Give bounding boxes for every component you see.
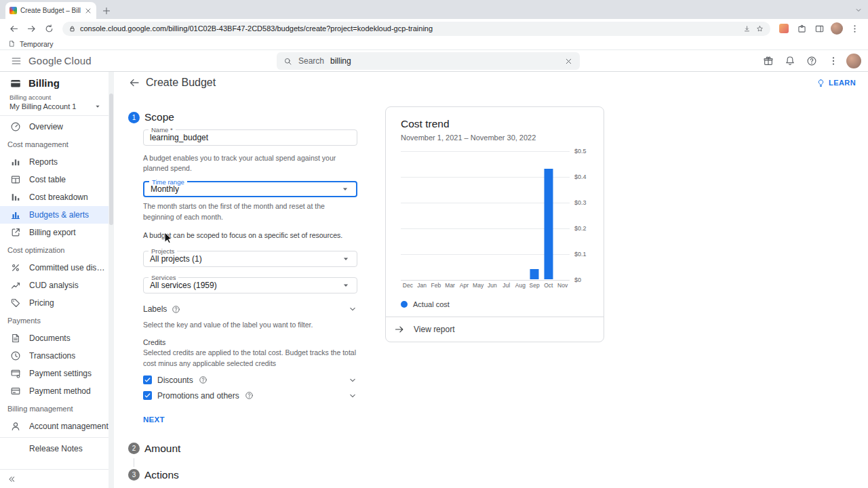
extension-icon[interactable]	[776, 21, 792, 36]
account-avatar[interactable]	[846, 54, 861, 68]
puzzle-icon[interactable]	[793, 21, 810, 36]
url-text[interactable]: console.cloud.google.com/billing/01C02B-…	[80, 24, 738, 33]
discounts-checkbox[interactable]	[143, 375, 152, 384]
cost-breakdown-icon	[10, 192, 21, 203]
collapse-sidebar-icon[interactable]	[7, 474, 16, 484]
credits-help: Selected credits are applied to the tota…	[143, 348, 357, 368]
view-report-label: View report	[414, 325, 454, 334]
sidebar-item-cost-breakdown[interactable]: Cost breakdown	[0, 188, 108, 206]
side-panel-icon[interactable]	[811, 21, 827, 36]
time-range-value: Monthly	[151, 184, 340, 194]
bar-sep[interactable]	[530, 269, 539, 279]
browser-menu-icon[interactable]	[846, 21, 863, 36]
labels-row[interactable]: Labels	[143, 304, 357, 314]
chevron-down-icon[interactable]	[348, 375, 357, 385]
legend-dot	[401, 301, 408, 308]
learn-button[interactable]: LEARN	[816, 79, 856, 87]
sidebar-item-label: Billing export	[29, 228, 76, 237]
billing-account-selector[interactable]: Billing account My Billing Account 1	[0, 92, 108, 116]
lightbulb-icon	[816, 79, 825, 87]
sidebar-item-committed-use-discounts[interactable]: Committed use discounts...	[0, 259, 108, 277]
sidebar-item-overview[interactable]: Overview	[0, 118, 108, 136]
tab-close-icon[interactable]	[84, 7, 92, 15]
help-icon[interactable]	[199, 375, 208, 384]
chevron-down-icon[interactable]	[348, 391, 357, 401]
next-button[interactable]: NEXT	[138, 411, 170, 428]
sidebar-item-cost-table[interactable]: Cost table	[0, 171, 108, 188]
sidebar-item-cud-analysis[interactable]: CUD analysis	[0, 277, 108, 294]
menu-icon[interactable]	[7, 52, 26, 70]
sidebar-item-pricing[interactable]: Pricing	[0, 294, 108, 312]
browser-tab[interactable]: Create Budget – Billing – Kode...	[5, 2, 96, 19]
services-value: All services (1959)	[150, 281, 341, 290]
help-icon[interactable]	[803, 52, 821, 70]
scope-form: Name * A budget enables you to track you…	[143, 129, 357, 428]
labels-title: Labels	[143, 304, 167, 314]
sidebar-item-release-notes[interactable]: Release Notes	[0, 440, 108, 458]
gift-icon[interactable]	[760, 52, 777, 70]
sidebar-item-label: Reports	[29, 157, 58, 167]
tab-search-icon[interactable]	[854, 6, 863, 14]
sidebar-item-reports[interactable]: Reports	[0, 153, 108, 171]
download-icon[interactable]	[743, 24, 751, 33]
sidebar-item-budgets-alerts[interactable]: Budgets & alerts	[0, 206, 108, 224]
reload-icon[interactable]	[41, 21, 57, 36]
sidebar-item-label: Release Notes	[29, 444, 83, 453]
budget-name-field[interactable]: Name *	[143, 129, 357, 146]
sidebar-item-payment-method[interactable]: Payment method	[0, 382, 108, 400]
budget-name-input[interactable]	[150, 133, 351, 142]
promotions-checkbox[interactable]	[143, 391, 152, 400]
star-icon[interactable]	[755, 24, 764, 33]
discounts-row: Discounts	[143, 375, 357, 385]
address-bar[interactable]: console.cloud.google.com/billing/01C02B-…	[62, 22, 770, 36]
services-select[interactable]: Services All services (1959)	[143, 277, 357, 293]
back-arrow-icon[interactable]	[128, 77, 140, 89]
promotions-row: Promotions and others	[143, 391, 357, 401]
no-icon	[10, 443, 21, 454]
browser-avatar[interactable]	[829, 21, 845, 36]
cost-trend-plot	[401, 151, 570, 280]
help-icon[interactable]	[172, 305, 180, 314]
bar-oct[interactable]	[544, 169, 553, 279]
overview-icon	[10, 121, 21, 132]
sidebar-section-header: Cost management	[0, 136, 108, 153]
sidebar-scrollbar[interactable]	[108, 72, 114, 488]
budgets-alerts-icon	[10, 209, 21, 220]
search-input[interactable]: Search billing	[277, 52, 580, 70]
sidebar-item-documents[interactable]: Documents	[0, 329, 108, 347]
x-tick-label: Jul	[502, 282, 510, 289]
sidebar-item-billing-export[interactable]: Billing export	[0, 224, 108, 241]
sidebar-item-label: Cost breakdown	[29, 192, 88, 202]
back-icon[interactable]	[5, 21, 22, 36]
sidebar-section-header: Payments	[0, 312, 108, 329]
sidebar-item-label: Overview	[29, 122, 63, 131]
sidebar-item-transactions[interactable]: Transactions	[0, 347, 108, 365]
forward-icon[interactable]	[23, 21, 39, 36]
sidebar-divider	[0, 437, 108, 438]
bookmark-label[interactable]: Temporary	[20, 40, 54, 48]
bookmarks-bar: Temporary	[0, 38, 868, 50]
more-vert-icon[interactable]	[825, 52, 842, 70]
sidebar-item-payment-settings[interactable]: Payment settings	[0, 365, 108, 382]
step-1-number: 1	[128, 112, 140, 123]
notifications-bell-icon[interactable]	[781, 52, 799, 70]
payment-settings-icon	[10, 368, 21, 379]
logo-cloud: Cloud	[64, 55, 92, 66]
clear-search-icon[interactable]	[564, 56, 573, 66]
chart-legend: Actual cost	[401, 300, 589, 317]
help-icon[interactable]	[245, 391, 254, 400]
payment-method-icon	[10, 386, 21, 396]
documents-icon	[10, 333, 21, 344]
projects-select[interactable]: Projects All projects (1)	[143, 251, 357, 267]
browser-tabstrip: Create Budget – Billing – Kode...	[0, 0, 868, 19]
projects-value: All projects (1)	[150, 254, 341, 264]
scrollbar-thumb[interactable]	[109, 94, 113, 225]
sidebar-item-account-management[interactable]: Account management	[0, 418, 108, 435]
caret-down-icon[interactable]	[94, 102, 102, 110]
new-tab-button[interactable]	[102, 6, 111, 16]
tab-title: Create Budget – Billing – Kode...	[20, 7, 81, 14]
time-range-select[interactable]: Time range Monthly	[143, 181, 357, 197]
search-query[interactable]: billing	[330, 56, 557, 66]
view-report-button[interactable]: View report	[386, 317, 604, 342]
chevron-down-icon[interactable]	[348, 304, 357, 314]
